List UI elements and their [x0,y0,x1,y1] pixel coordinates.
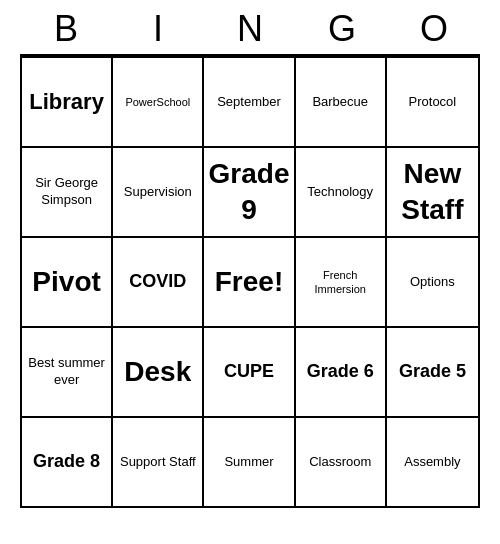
bingo-cell-0-2: September [204,58,295,146]
bingo-cell-2-1: COVID [113,238,204,326]
cell-text-3-2: CUPE [224,360,274,383]
cell-text-3-1: Desk [124,354,191,390]
bingo-cell-2-3: French Immersion [296,238,387,326]
cell-text-4-2: Summer [224,454,273,471]
bingo-cell-3-4: Grade 5 [387,328,478,416]
bingo-cell-4-3: Classroom [296,418,387,506]
cell-text-1-3: Technology [307,184,373,201]
cell-text-3-3: Grade 6 [307,360,374,383]
bingo-cell-2-0: Pivot [22,238,113,326]
bingo-cell-1-4: New Staff [387,148,478,236]
bingo-cell-3-1: Desk [113,328,204,416]
cell-text-0-4: Protocol [409,94,457,111]
bingo-letter-g: G [302,8,382,50]
bingo-cell-3-3: Grade 6 [296,328,387,416]
bingo-cell-4-0: Grade 8 [22,418,113,506]
bingo-cell-4-4: Assembly [387,418,478,506]
cell-text-2-3: French Immersion [300,268,381,297]
bingo-cell-1-1: Supervision [113,148,204,236]
cell-text-2-0: Pivot [32,264,100,300]
cell-text-0-2: September [217,94,281,111]
cell-text-2-2: Free! [215,264,283,300]
bingo-cell-2-4: Options [387,238,478,326]
cell-text-4-3: Classroom [309,454,371,471]
cell-text-2-4: Options [410,274,455,291]
bingo-cell-1-0: Sir George Simpson [22,148,113,236]
bingo-row-1: Sir George SimpsonSupervisionGrade 9Tech… [22,146,478,236]
bingo-letter-b: B [26,8,106,50]
bingo-cell-1-3: Technology [296,148,387,236]
cell-text-0-0: Library [29,88,104,117]
cell-text-3-4: Grade 5 [399,360,466,383]
bingo-cell-0-0: Library [22,58,113,146]
bingo-row-3: Best summer everDeskCUPEGrade 6Grade 5 [22,326,478,416]
bingo-cell-2-2: Free! [204,238,295,326]
bingo-letter-o: O [394,8,474,50]
bingo-cell-3-2: CUPE [204,328,295,416]
bingo-letter-n: N [210,8,290,50]
bingo-cell-4-1: Support Staff [113,418,204,506]
cell-text-0-3: Barbecue [312,94,368,111]
bingo-row-4: Grade 8Support StaffSummerClassroomAssem… [22,416,478,506]
bingo-cell-1-2: Grade 9 [204,148,295,236]
cell-text-1-2: Grade 9 [208,156,289,229]
bingo-cell-0-3: Barbecue [296,58,387,146]
bingo-cell-3-0: Best summer ever [22,328,113,416]
bingo-grid: LibraryPowerSchoolSeptemberBarbecueProto… [20,54,480,508]
cell-text-4-0: Grade 8 [33,450,100,473]
bingo-cell-0-1: PowerSchool [113,58,204,146]
cell-text-2-1: COVID [129,270,186,293]
bingo-row-0: LibraryPowerSchoolSeptemberBarbecueProto… [22,56,478,146]
cell-text-1-4: New Staff [391,156,474,229]
cell-text-0-1: PowerSchool [125,95,190,109]
cell-text-3-0: Best summer ever [26,355,107,389]
bingo-letter-i: I [118,8,198,50]
cell-text-4-1: Support Staff [120,454,196,471]
bingo-cell-0-4: Protocol [387,58,478,146]
bingo-cell-4-2: Summer [204,418,295,506]
cell-text-4-4: Assembly [404,454,460,471]
bingo-header: BINGO [20,0,480,54]
cell-text-1-1: Supervision [124,184,192,201]
cell-text-1-0: Sir George Simpson [26,175,107,209]
bingo-row-2: PivotCOVIDFree!French ImmersionOptions [22,236,478,326]
